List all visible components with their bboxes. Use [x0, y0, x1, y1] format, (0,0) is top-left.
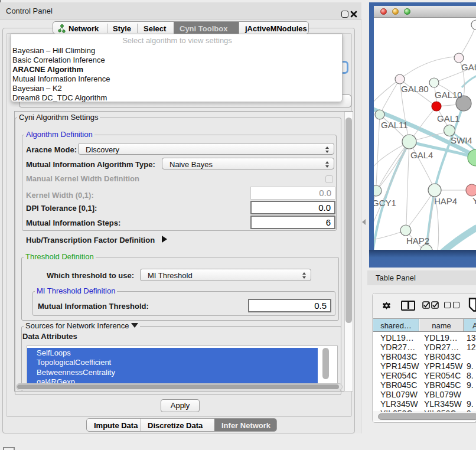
svg-text:GAL1: GAL1 [437, 113, 459, 123]
svg-text:GAL11: GAL11 [381, 120, 408, 130]
svg-text:HAP2: HAP2 [406, 236, 429, 246]
svg-text:YJ: YJ [472, 195, 476, 206]
svg-text:HAP4: HAP4 [434, 196, 457, 206]
svg-text:GAL7: GAL7 [461, 62, 476, 72]
svg-text:GAL10: GAL10 [435, 90, 462, 100]
svg-text:GCY1: GCY1 [374, 198, 396, 208]
svg-text:GAL4: GAL4 [410, 150, 433, 160]
svg-text:GAL80: GAL80 [401, 84, 429, 94]
svg-text:SWI4: SWI4 [451, 135, 472, 145]
